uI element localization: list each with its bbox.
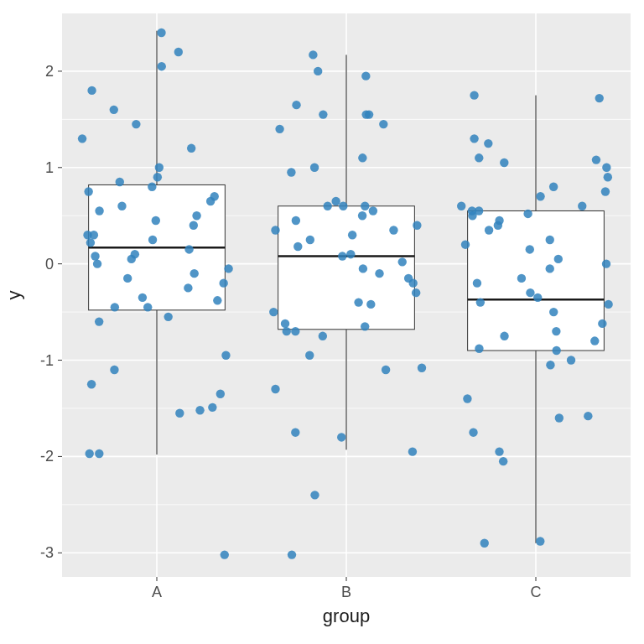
data-point [132,120,140,128]
box [278,206,415,330]
data-point [604,300,612,309]
data-point [291,428,299,436]
data-point [359,264,367,273]
data-point [78,134,86,143]
data-point [500,332,508,340]
x-axis-title: group [323,605,370,626]
data-point [604,173,612,181]
data-point [473,278,481,287]
data-point [470,134,478,143]
data-point [224,264,232,273]
data-point [461,240,470,248]
data-point [346,250,355,258]
data-point [287,168,295,176]
data-point [174,48,183,56]
data-point [468,206,476,215]
y-tick-label: -2 [40,448,54,465]
data-point [358,211,366,220]
data-point [495,216,503,225]
data-point [164,313,172,321]
data-point [348,231,356,239]
data-point [221,550,229,558]
data-point [288,550,296,558]
data-point [536,537,544,545]
boxplot-chart: -3-2-1012ABCgroupy [0,0,644,644]
y-tick-label: -1 [40,352,54,369]
data-point [389,226,397,234]
data-point [158,62,166,70]
data-point [526,245,534,253]
data-point [338,252,346,260]
data-point [499,457,507,465]
x-tick-label: B [341,584,351,600]
data-point [310,491,319,499]
data-point [598,319,606,328]
data-point [148,183,156,191]
data-point [480,539,489,548]
data-point [533,293,542,302]
data-point [153,173,162,181]
data-point [271,226,279,234]
data-point [117,202,126,210]
data-point [110,366,118,374]
data-point [206,197,215,205]
data-point [485,226,493,234]
y-tick-label: 2 [45,63,54,80]
data-point [91,252,99,260]
data-point [90,231,98,239]
data-point [87,86,96,95]
data-point [291,327,299,335]
y-tick-label: 1 [45,159,54,176]
data-point [590,336,599,345]
data-point [469,428,477,436]
data-point [95,449,103,458]
data-point [602,164,610,172]
data-point [361,322,369,330]
data-point [157,29,165,37]
data-point [323,202,331,210]
y-tick-label: -3 [40,544,54,561]
data-point [495,447,503,455]
data-point [578,202,586,210]
x-tick-label: C [531,584,542,600]
data-point [517,274,526,283]
data-point [412,288,420,297]
data-point [95,206,103,215]
chart-container: -3-2-1012ABCgroupy [0,0,644,644]
y-tick-label: 0 [45,256,54,273]
data-point [319,332,327,340]
data-point [413,221,421,230]
data-point [601,187,610,195]
data-point [552,346,560,355]
data-point [269,308,278,316]
data-point [418,364,426,372]
data-point [361,202,369,210]
data-point [184,245,193,253]
data-point [549,308,558,316]
data-point [314,67,322,75]
data-point [369,206,377,215]
data-point [305,351,314,360]
data-point [309,50,317,59]
data-point [84,187,92,195]
data-point [281,319,289,328]
data-point [554,255,563,263]
data-point [152,216,160,225]
data-point [366,300,375,309]
data-point [398,257,407,266]
data-point [292,101,300,109]
data-point [143,303,152,311]
data-point [463,394,471,402]
data-point [408,447,417,455]
data-point [184,283,192,292]
data-point [187,144,195,153]
data-point [404,274,413,283]
data-point [86,449,94,458]
data-point [111,303,119,311]
data-point [275,125,283,133]
data-point [319,110,327,118]
data-point [484,139,492,148]
data-point [476,298,485,306]
data-point [361,71,370,80]
data-point [116,178,124,186]
